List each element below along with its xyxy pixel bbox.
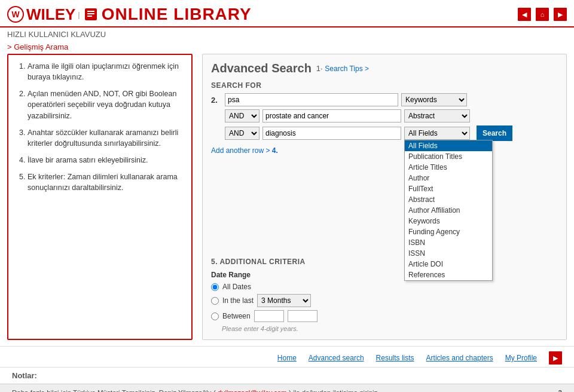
tip-3: Anahtar sözcükler kullanarak aramanızı b… [28,127,183,149]
book-icon [83,6,99,23]
wiley-w: W [11,10,19,19]
field-option-abstract[interactable]: Abstract [405,194,492,205]
wiley-circle-logo: W [7,6,24,23]
all-dates-option: All Dates [211,283,558,291]
page-number: 2 [558,389,562,392]
search-input-2[interactable] [262,109,401,122]
header: W WILEY | ONLINE LIBRARY ◀ ⌂ ▶ [0,0,574,27]
search-row-1: 2. Keywords All Fields Abstract Article … [211,93,558,106]
bottom-bar: Daha fazla bilgi için Türkiye Müşteri Te… [0,384,574,392]
main-content: Arama ile ilgili olan ipuçlarımızı öğren… [0,54,574,346]
search-tips-link[interactable]: Search Tips > [325,65,369,73]
all-dates-label: All Dates [222,283,251,291]
between-radio[interactable] [211,313,219,320]
tips-list: Arama ile ilgili olan ipuçlarımızı öğren… [17,61,183,193]
field-option-isbn[interactable]: ISBN [405,237,492,248]
date-hint: Please enter 4-digit years. [222,325,558,332]
field-select-3[interactable]: All Fields [404,127,470,140]
header-nav-icons: ◀ ⌂ ▶ [518,8,567,21]
breadcrumb: HIZLI KULLANICI KLAVUZU [0,27,574,41]
breadcrumb-parent: HIZLI KULLANICI KLAVUZU [7,30,106,39]
field-option-article-titles[interactable]: Article Titles [405,162,492,173]
date-from-input[interactable] [254,310,284,322]
footer-home-link[interactable]: Home [277,354,297,362]
field-option-fulltext[interactable]: FullText [405,183,492,194]
field-option-pub-titles[interactable]: Publication Titles [405,151,492,162]
field-option-doi[interactable]: Article DOI [405,259,492,270]
svg-rect-2 [87,13,94,14]
field-option-author[interactable]: Author [405,173,492,183]
in-the-last-label: In the last [222,296,254,305]
operator-select-2[interactable]: AND OR NOT [225,109,259,122]
search-row-2: AND OR NOT Abstract All Fields Keywords [211,109,558,122]
additional-criteria-title: 5. ADDITIONAL CRITERIA [211,258,558,266]
nav-forward-button[interactable]: ▶ [554,8,567,21]
wiley-name: WILEY [26,5,75,24]
bottom-bar-email[interactable]: dyilmazogl@wiley.com [218,389,287,392]
in-the-last-option: In the last 3 Months 6 Months 12 Months … [211,294,558,307]
field-option-author-affiliation[interactable]: Author Affiliation [405,205,492,216]
breadcrumb-current: > Gelişmiş Arama [0,41,574,54]
footer-results-link[interactable]: Results lists [376,354,414,362]
field-select-2[interactable]: Abstract All Fields Keywords [404,109,470,122]
between-label: Between [222,312,251,320]
bottom-bar-text: Daha fazla bilgi için Türkiye Müşteri Te… [12,389,377,392]
nav-home-button[interactable]: ⌂ [536,8,549,21]
online-library-name: ONLINE LIBRARY [102,5,252,24]
tip-5: Ek kriterler: Zaman dilimleri kullanarak… [28,172,183,193]
svg-rect-1 [87,11,94,12]
step-2-label: 2. [211,96,222,105]
date-to-input[interactable] [288,310,317,322]
advanced-search-title: Advanced Search 1· Search Tips > [211,62,558,75]
footer-next-button[interactable]: ▶ [549,351,562,365]
in-the-last-radio[interactable] [211,297,219,305]
footer-advanced-search-link[interactable]: Advanced search [309,354,364,362]
logo-area: W WILEY | ONLINE LIBRARY [7,5,252,24]
search-for-label: SEARCH FOR [211,81,558,90]
additional-criteria: 5. ADDITIONAL CRITERIA Date Range All Da… [211,258,558,332]
field-dropdown-container-3: All Fields All Fields Publication Titles… [404,127,470,140]
search-input-3[interactable] [262,127,401,140]
add-row-container: Add another row > 4. [211,146,558,162]
add-row-link[interactable]: Add another row > 4. [211,146,278,155]
tip-1: Arama ile ilgili olan ipuçlarımızı öğren… [28,61,183,82]
search-row-3: AND OR NOT All Fields All Fields Publica… [211,125,558,141]
field-select-1[interactable]: Keywords All Fields Abstract Article Tit… [401,93,467,106]
notes-label: Notlar: [12,371,37,380]
field-option-all-fields[interactable]: All Fields [405,140,492,151]
tip-2: Açılan menüden AND, NOT, OR gibi Boolean… [28,88,183,121]
field-option-references[interactable]: References [405,270,492,280]
svg-rect-3 [87,16,92,17]
tip-4: İlave bir arama satırı ekleyebilirsiniz. [28,155,183,166]
right-panel: Advanced Search 1· Search Tips > SEARCH … [202,54,567,340]
all-dates-radio[interactable] [211,283,219,291]
date-range-label: Date Range [211,271,558,279]
field-option-funding[interactable]: Funding Agency [405,226,492,237]
search-input-1[interactable] [225,93,398,106]
footer-nav: Home Advanced search Results lists Artic… [0,346,574,367]
nav-back-button[interactable]: ◀ [518,8,531,21]
notes-area: Notlar: [0,367,574,384]
footer-articles-link[interactable]: Articles and chapters [426,354,493,362]
field-option-keywords[interactable]: Keywords [405,216,492,226]
operator-select-3[interactable]: AND OR NOT [225,127,259,140]
search-button[interactable]: Search [477,125,512,141]
search-rows: 2. Keywords All Fields Abstract Article … [211,93,558,141]
left-panel: Arama ile ilgili olan ipuçlarımızı öğren… [7,54,193,340]
field-dropdown-list: All Fields Publication Titles Article Ti… [404,140,493,281]
footer-profile-link[interactable]: My Profile [505,354,537,362]
months-select[interactable]: 3 Months 6 Months 12 Months 24 Months [257,294,311,307]
between-option: Between [211,310,558,322]
field-option-issn[interactable]: ISSN [405,248,492,259]
